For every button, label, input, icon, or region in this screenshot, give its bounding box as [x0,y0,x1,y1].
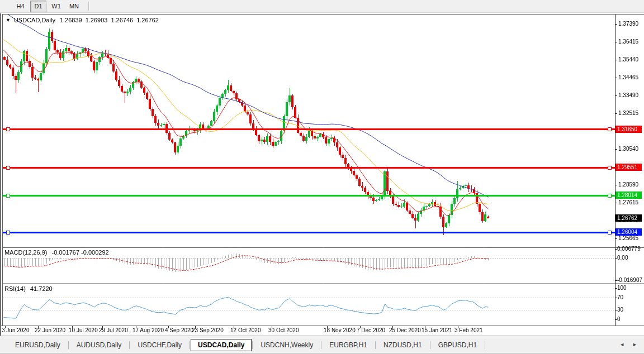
tab-separator [190,341,190,349]
price-tick-label: 1.28590 [618,181,638,188]
date-tick-label: 12 Oct 2020 [230,327,261,334]
macd-name: MACD(12,26,9) [4,249,47,256]
chart-tab-gbpusd[interactable]: GBPUSD,H1 [431,339,484,351]
date-tick-label: 4 Sep 2020 [165,327,193,334]
macd-label: MACD(12,26,9) -0.001767 -0.000292 [4,249,109,256]
timeframe-button-mn[interactable]: MN [66,1,82,12]
chart-tab-nzdusd[interactable]: NZDUSD,H1 [376,339,429,351]
date-tick-label: 3 Jun 2020 [2,327,30,334]
date-tick-label: 18 Nov 2020 [324,327,356,334]
current-price-tag: 1.26762 [615,214,642,222]
tabs-scroll-prev-button[interactable]: ◄ [619,342,624,347]
date-tick-label: 29 Jul 2020 [99,327,128,334]
rsi-tick-label: 100 [617,285,627,291]
date-tick-label: 3 Feb 2021 [454,327,483,334]
rsi-label: RSI(14) 41.7220 [4,285,53,292]
tab-separator [375,341,376,349]
tab-separator [485,341,485,349]
macd-tick-label: -0.016907 [617,277,642,284]
date-tick-label: 30 Oct 2020 [268,327,299,334]
timeframe-button-d1[interactable]: D1 [30,1,46,12]
ohlc-open: 1.26839 [60,17,82,23]
hline-price-tag: 1.28014 [615,192,642,199]
chart-tab-usdchf[interactable]: USDCHF,Daily [130,339,189,351]
chart-tab-usdcnh[interactable]: USDCNH,Weekly [253,339,320,351]
price-tick-label: 1.27615 [618,199,638,206]
chart-tab-eurusd[interactable]: EURUSD,Daily [8,339,68,351]
hline-price-tag: 1.26004 [615,228,642,236]
price-tick-label: 1.25665 [618,235,638,242]
symbol-timeframe-label: USDCAD,Daily [14,17,55,23]
timeframe-toolbar: H4D1W1MN [0,0,644,13]
chart-tab-bar: EURUSD,DailyAUDUSD,DailyUSDCHF,DailyUSDC… [0,337,644,353]
timeframe-button-h4[interactable]: H4 [12,1,29,12]
date-tick-label: 25 Dec 2020 [389,327,421,334]
tab-separator [68,341,69,349]
price-tick-label: 1.37390 [618,21,638,27]
macd-tick-label: 0.006779 [617,246,641,252]
tab-separator [129,341,130,349]
chart-tabs: EURUSD,DailyAUDUSD,DailyUSDCHF,DailyUSDC… [8,339,486,351]
date-tick-label: 15 Jan 2021 [422,327,452,334]
rsi-name: RSI(14) [4,285,26,292]
price-tick-label: 1.35440 [618,56,638,63]
tab-separator [430,341,430,349]
hline-price-tag: 1.29551 [615,164,642,171]
rsi-tick-label: 0 [617,316,621,323]
rsi-tick-label: 70 [617,294,623,301]
date-tick-label: 7 Dec 2020 [357,327,385,334]
rsi-value: 41.7220 [30,285,53,292]
ohlc-low: 1.26746 [111,17,133,23]
ohlc-high: 1.26903 [86,17,108,23]
rsi-tick-label: 30 [617,307,623,313]
ohlc-close: 1.26762 [136,17,159,23]
price-tick-label: 1.33490 [618,92,638,99]
date-tick-label: 17 Aug 2020 [132,327,164,334]
date-tick-label: 22 Jun 2020 [35,327,65,334]
price-chart-canvas[interactable] [0,0,644,354]
timeframe-buttons: H4D1W1MN [12,1,84,12]
tab-separator [321,341,321,349]
price-tick-label: 1.34465 [618,74,638,81]
chart-ohlc-header: ▼ USDCAD,Daily 1.26839 1.26903 1.26746 1… [6,17,162,23]
date-tick-label: 10 Jul 2020 [69,327,98,334]
macd-values: -0.001767 -0.000292 [51,249,108,256]
price-tick-label: 1.36415 [618,39,638,45]
toolbar-separator [88,2,89,11]
chart-tab-audusd[interactable]: AUDUSD,Daily [69,339,129,351]
timeframe-button-w1[interactable]: W1 [48,1,64,12]
price-tick-label: 1.32515 [618,110,638,117]
symbol-dropdown-icon[interactable]: ▼ [6,17,11,23]
chart-tab-eurgbp[interactable]: EURGBP,H1 [322,339,375,351]
date-tick-label: 23 Sep 2020 [192,327,224,334]
macd-tick-label: 0.00 [617,255,628,261]
hline-price-tag: 1.31650 [615,126,642,133]
tabs-scroll-next-button[interactable]: ► [632,342,637,347]
tab-separator [252,341,253,349]
price-tick-label: 1.30540 [618,146,638,152]
chart-tab-usdcad[interactable]: USDCAD,Daily [191,339,252,351]
